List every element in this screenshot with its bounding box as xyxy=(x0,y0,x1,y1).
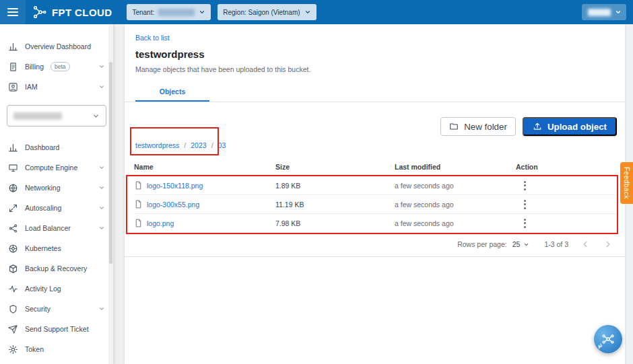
chevron-down-icon xyxy=(98,305,105,312)
row-actions-menu-button[interactable] xyxy=(517,178,532,193)
sidebar-item-security[interactable]: Security xyxy=(0,299,113,319)
previous-page-button[interactable] xyxy=(579,238,591,250)
globe-icon xyxy=(8,183,18,193)
tab-objects[interactable]: Objects xyxy=(135,81,209,102)
breadcrumb-separator: / xyxy=(211,141,213,149)
scrollbar-thumb[interactable] xyxy=(109,62,112,264)
chevron-down-icon xyxy=(98,83,105,90)
monitor-icon xyxy=(8,163,18,173)
sidebar-item-backup-recovery[interactable]: Backup & Recovery xyxy=(0,258,113,279)
object-last-modified: a few seconds ago xyxy=(395,182,516,190)
new-folder-label: New folder xyxy=(464,122,507,132)
feedback-tab[interactable]: Feedback xyxy=(620,162,633,204)
chevron-down-icon xyxy=(92,112,100,120)
fpt-logo-icon xyxy=(32,5,47,20)
sidebar-item-kubernetes[interactable]: Kubernetes xyxy=(0,238,113,258)
chevron-down-icon xyxy=(304,9,311,15)
new-folder-button[interactable]: New folder xyxy=(440,117,516,136)
sidebar-item-networking[interactable]: Networking xyxy=(0,178,113,198)
object-name-link[interactable]: logo-150x118.png xyxy=(147,182,203,190)
ai-assistant-button[interactable]: AI xyxy=(594,325,622,353)
chevron-down-icon xyxy=(615,9,622,15)
object-size: 1.89 KB xyxy=(275,182,395,190)
folder-icon xyxy=(449,122,459,131)
sidebar-item-autoscaling[interactable]: Autoscaling xyxy=(0,198,113,218)
column-header-size: Size xyxy=(275,163,395,171)
project-select[interactable] xyxy=(7,105,106,126)
topbar: FPT CLOUD Tenant: Region: Saigon (Vietna… xyxy=(0,0,633,24)
activity-icon xyxy=(8,284,18,294)
sidebar-item-billing[interactable]: Billing beta xyxy=(0,57,113,77)
kubernetes-wheel-icon xyxy=(8,244,18,254)
sidebar-item-activity-log[interactable]: Activity Log xyxy=(0,279,113,299)
object-name-link[interactable]: logo.png xyxy=(147,219,174,227)
share-nodes-icon xyxy=(8,223,18,233)
sidebar-item-label: Kubernetes xyxy=(25,244,61,252)
gear-icon xyxy=(8,344,18,355)
page-subtitle: Manage objects that have been uploaded t… xyxy=(135,65,614,73)
table-footer: Rows per page: 25 1-3 of 3 xyxy=(125,232,625,257)
back-to-list-link[interactable]: Back to list xyxy=(135,34,170,42)
column-header-name: Name xyxy=(134,163,275,171)
chevron-down-icon xyxy=(523,242,529,248)
sidebar-item-send-support-ticket[interactable]: Send Support Ticket xyxy=(0,319,113,339)
expand-arrows-icon xyxy=(8,203,18,213)
sidebar-item-dashboard[interactable]: Dashboard xyxy=(0,137,113,157)
sidebar-item-label: Autoscaling xyxy=(25,204,61,212)
bar-chart-icon xyxy=(8,143,18,153)
file-icon xyxy=(134,200,143,209)
sidebar-item-token[interactable]: Token xyxy=(0,339,113,359)
upload-object-label: Upload object xyxy=(547,122,607,132)
sidebar-item-iam[interactable]: IAM xyxy=(0,77,113,97)
row-actions-menu-button[interactable] xyxy=(517,216,532,231)
more-vertical-icon xyxy=(524,200,526,202)
chevron-right-icon xyxy=(603,240,613,249)
row-actions-menu-button[interactable] xyxy=(517,197,532,212)
tenant-select[interactable]: Tenant: xyxy=(127,4,211,20)
sidebar-item-compute-engine[interactable]: Compute Engine xyxy=(0,157,113,178)
upload-object-button[interactable]: Upload object xyxy=(523,117,617,136)
breadcrumb: testwordpress / 2023 / 03 xyxy=(125,136,625,149)
object-last-modified: a few seconds ago xyxy=(395,201,516,209)
page-title: testwordpress xyxy=(135,48,614,60)
sidebar-item-label: Load Balancer xyxy=(25,224,71,232)
breadcrumb-item-month[interactable]: 03 xyxy=(218,141,226,149)
more-vertical-icon xyxy=(524,181,526,183)
chevron-left-icon xyxy=(580,240,590,249)
sidebar-item-label: IAM xyxy=(25,83,38,91)
next-page-button[interactable] xyxy=(602,238,614,250)
receipt-icon xyxy=(8,62,18,72)
sidebar-item-label: Networking xyxy=(25,184,61,192)
hamburger-menu-button[interactable] xyxy=(0,0,26,24)
table-header-row: Name Size Last modified Action xyxy=(134,160,617,176)
rows-per-page-select[interactable]: 25 xyxy=(512,240,530,248)
breadcrumb-item-year[interactable]: 2023 xyxy=(191,141,206,149)
region-select[interactable]: Region: Saigon (Vietnam) xyxy=(218,4,316,20)
object-last-modified: a few seconds ago xyxy=(395,219,516,227)
sidebar-item-overview-dashboard[interactable]: Overview Dashboard xyxy=(0,36,113,57)
sidebar: Overview Dashboard Billing beta IAM Dash… xyxy=(0,24,113,364)
tenant-value-redacted xyxy=(158,9,195,16)
sidebar-item-load-balancer[interactable]: Load Balancer xyxy=(0,218,113,238)
more-vertical-icon xyxy=(524,219,526,221)
sidebar-scrollbar[interactable] xyxy=(108,24,113,364)
sidebar-item-label: Token xyxy=(25,345,44,353)
account-name-redacted xyxy=(588,9,611,16)
table-row: logo.png 7.98 KB a few seconds ago xyxy=(134,213,617,232)
toolbar: New folder Upload object xyxy=(125,102,625,136)
sidebar-item-label: Billing xyxy=(25,63,44,71)
account-menu[interactable] xyxy=(582,4,626,20)
object-name-link[interactable]: logo-300x55.png xyxy=(147,201,199,209)
sidebar-item-label: Dashboard xyxy=(25,143,59,151)
file-icon xyxy=(134,219,143,227)
breadcrumb-item-bucket[interactable]: testwordpress xyxy=(135,141,179,149)
chevron-down-icon xyxy=(98,164,105,171)
rows-per-page-value: 25 xyxy=(512,240,521,248)
sidebar-item-label: Backup & Recovery xyxy=(25,264,87,272)
beta-badge: beta xyxy=(51,62,70,71)
user-icon xyxy=(8,82,18,92)
fpt-cloud-logo: FPT CLOUD xyxy=(26,5,120,20)
column-header-action: Action xyxy=(516,163,617,171)
page-header: Back to list testwordpress Manage object… xyxy=(125,24,625,102)
pagination-range: 1-3 of 3 xyxy=(544,240,568,248)
